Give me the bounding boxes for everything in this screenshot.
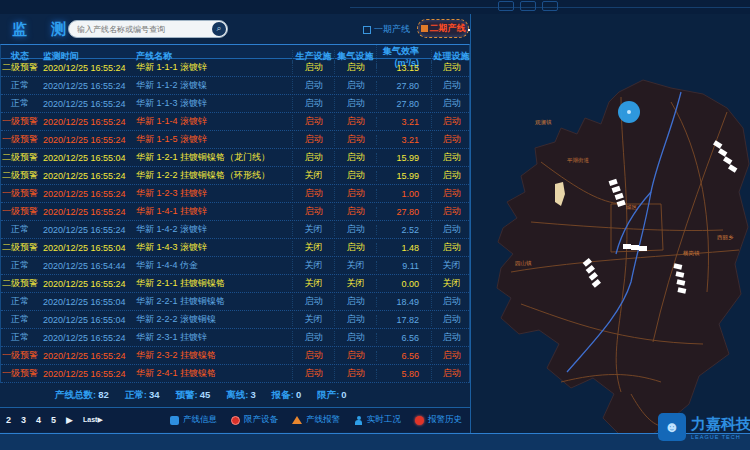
table-row[interactable]: 正常2020/12/25 16:55:04华新 2-2-2 滚镀铜镍关闭启动17…: [1, 311, 469, 329]
gas-cell: 启动: [334, 151, 376, 164]
table-header-row: 状态监测时间产线名称生产设施集气设施集气效率(m³/s)处理设施: [1, 45, 469, 59]
table-row[interactable]: 二级预警2020/12/25 16:55:24华新 1-2-2 挂镀铜镍铬（环形…: [1, 167, 469, 185]
production-cell: 关闭: [292, 259, 334, 272]
limit-icon: [231, 416, 240, 425]
summary-value: 0: [341, 389, 346, 400]
checkbox-icon: [363, 26, 371, 34]
summary-label: 报备:: [272, 389, 294, 400]
treatment-cell: 启动: [431, 313, 471, 326]
production-cell: 启动: [292, 331, 334, 344]
status-cell: 正常: [1, 331, 39, 344]
table-row[interactable]: 二级预警2020/12/25 16:55:04华新 1-4-3 滚镀锌关闭启动1…: [1, 239, 469, 257]
brand-logo: ☻ 力嘉科技 LEAGUE TECH: [658, 408, 750, 446]
info-icon: [170, 416, 179, 425]
table-row[interactable]: 二级预警2020/12/25 16:55:24华新 2-1-1 挂镀铜镍铬关闭关…: [1, 275, 469, 293]
table-row[interactable]: 正常2020/12/25 16:54:44华新 1-4-4 仿金关闭关闭9.11…: [1, 257, 469, 275]
time-cell: 2020/12/25 16:55:24: [39, 81, 134, 91]
brand-name-cn: 力嘉科技: [691, 415, 750, 434]
map-panel[interactable]: 观澜镇平湖街道城区西丽乡横岗镇园山镇: [470, 14, 750, 433]
efficiency-cell: 15.99: [376, 153, 431, 163]
footer-bar: 2345▶Last▶ 产线信息限产设备产线报警实时工况报警历史: [0, 407, 470, 432]
status-cell: 正常: [1, 79, 39, 92]
efficiency-cell: 17.82: [376, 315, 431, 325]
table-row[interactable]: 正常2020/12/25 16:55:04华新 2-2-1 挂镀铜镍铬启动启动1…: [1, 293, 469, 311]
status-cell: 二级预警: [1, 277, 39, 290]
table-row[interactable]: 正常2020/12/25 16:55:24华新 1-1-3 滚镀锌启动启动27.…: [1, 95, 469, 113]
gas-cell: 启动: [334, 331, 376, 344]
top-decor-box: [498, 1, 514, 11]
search-icon[interactable]: ⌕: [212, 22, 226, 36]
production-cell: 启动: [292, 151, 334, 164]
legend-label: 限产设备: [244, 414, 278, 426]
table-row[interactable]: 正常2020/12/25 16:55:24华新 1-4-2 滚镀锌关闭启动2.5…: [1, 221, 469, 239]
table-row[interactable]: 一级预警2020/12/25 16:55:24华新 1-4-1 挂镀锌启动启动2…: [1, 203, 469, 221]
line-name-cell: 华新 1-2-2 挂镀铜镍铬（环形线）: [134, 169, 292, 182]
page-button[interactable]: 2: [6, 415, 11, 425]
production-cell: 关闭: [292, 313, 334, 326]
brand-logo-icon: ☻: [658, 413, 686, 441]
production-cell: 启动: [292, 97, 334, 110]
time-cell: 2020/12/25 16:55:24: [39, 171, 134, 181]
treatment-cell: 启动: [431, 187, 471, 200]
legend-item-alarm[interactable]: 产线报警: [292, 414, 340, 426]
efficiency-cell: 3.21: [376, 135, 431, 145]
table-row[interactable]: 一级预警2020/12/25 16:55:24华新 1-1-5 滚镀锌启动启动3…: [1, 131, 469, 149]
time-cell: 2020/12/25 16:55:04: [39, 243, 134, 253]
legend-item-limit[interactable]: 限产设备: [231, 414, 278, 426]
time-cell: 2020/12/25 16:55:04: [39, 315, 134, 325]
phase2-button[interactable]: 二期产线: [417, 19, 469, 38]
status-cell: 正常: [1, 97, 39, 110]
summary-item: 限产:0: [317, 389, 346, 402]
table-row[interactable]: 正常2020/12/25 16:55:24华新 1-1-2 滚镀镍启动启动27.…: [1, 77, 469, 95]
time-cell: 2020/12/25 16:55:24: [39, 333, 134, 343]
treatment-cell: 启动: [431, 205, 471, 218]
status-cell: 一级预警: [1, 349, 39, 362]
line-name-cell: 华新 1-1-2 滚镀镍: [134, 79, 292, 92]
legend-label: 产线信息: [183, 414, 217, 426]
table-row[interactable]: 正常2020/12/25 16:55:24华新 2-3-1 挂镀锌启动启动6.5…: [1, 329, 469, 347]
table-row[interactable]: 一级预警2020/12/25 16:55:24华新 2-4-1 挂镀镍铬启动启动…: [1, 365, 469, 383]
last-page-button[interactable]: Last▶: [83, 416, 103, 424]
page-button[interactable]: 4: [36, 415, 41, 425]
treatment-cell: 启动: [431, 331, 471, 344]
page-button[interactable]: 5: [51, 415, 56, 425]
alarm-icon: [292, 416, 302, 424]
line-name-cell: 华新 2-3-1 挂镀锌: [134, 331, 292, 344]
line-name-cell: 华新 2-3-2 挂镀镍铬: [134, 349, 292, 362]
legend-item-info[interactable]: 产线信息: [170, 414, 217, 426]
time-cell: 2020/12/25 16:55:24: [39, 135, 134, 145]
status-cell: 正常: [1, 223, 39, 236]
phase1-label: 一期产线: [374, 23, 410, 36]
search-input[interactable]: [77, 21, 205, 37]
line-name-cell: 华新 1-1-4 滚镀锌: [134, 115, 292, 128]
production-cell: 关闭: [292, 169, 334, 182]
table-body: 二级预警2020/12/25 16:55:24华新 1-1-1 滚镀锌启动启动1…: [1, 59, 469, 383]
time-cell: 2020/12/25 16:55:24: [39, 63, 134, 73]
production-cell: 启动: [292, 187, 334, 200]
table-row[interactable]: 一级预警2020/12/25 16:55:24华新 1-1-4 滚镀锌启动启动3…: [1, 113, 469, 131]
time-cell: 2020/12/25 16:55:04: [39, 153, 134, 163]
line-name-cell: 华新 1-1-3 滚镀锌: [134, 97, 292, 110]
district-map: [471, 42, 750, 433]
legend-item-person[interactable]: 实时工况: [354, 414, 401, 426]
table-row[interactable]: 二级预警2020/12/25 16:55:24华新 1-1-1 滚镀锌启动启动1…: [1, 59, 469, 77]
page-button[interactable]: 3: [21, 415, 26, 425]
table-row[interactable]: 二级预警2020/12/25 16:55:04华新 1-2-1 挂镀铜镍铬（龙门…: [1, 149, 469, 167]
legend-item-history[interactable]: 报警历史: [415, 414, 462, 426]
treatment-cell: 启动: [431, 241, 471, 254]
gas-cell: 启动: [334, 367, 376, 380]
time-cell: 2020/12/25 16:54:44: [39, 261, 134, 271]
page-title: 监 测: [12, 20, 76, 39]
table-row[interactable]: 一级预警2020/12/25 16:55:24华新 1-2-3 挂镀锌启动启动1…: [1, 185, 469, 203]
efficiency-cell: 1.00: [376, 189, 431, 199]
summary-label: 产线总数:: [55, 389, 96, 400]
next-page-button[interactable]: ▶: [66, 415, 73, 425]
gas-cell: 启动: [334, 349, 376, 362]
table-row[interactable]: 一级预警2020/12/25 16:55:24华新 2-3-2 挂镀镍铬启动启动…: [1, 347, 469, 365]
status-cell: 正常: [1, 295, 39, 308]
production-cell: 启动: [292, 115, 334, 128]
treatment-cell: 启动: [431, 367, 471, 380]
phase1-checkbox[interactable]: 一期产线: [363, 23, 410, 36]
gas-cell: 启动: [334, 115, 376, 128]
monitor-table: 状态监测时间产线名称生产设施集气设施集气效率(m³/s)处理设施 二级预警202…: [0, 44, 470, 383]
